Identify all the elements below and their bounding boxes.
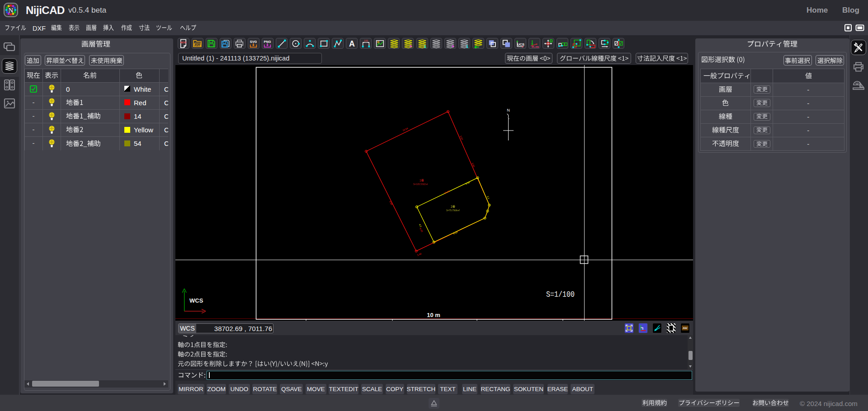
svg-text:N: N bbox=[9, 7, 14, 14]
svg-text:PNG: PNG bbox=[264, 39, 271, 43]
svg-text:N: N bbox=[507, 108, 510, 112]
svg-text:+: + bbox=[410, 43, 412, 48]
svg-text:WCS: WCS bbox=[189, 297, 203, 304]
svg-text:PLAN: PLAN bbox=[532, 46, 539, 48]
svg-text:A: A bbox=[349, 39, 355, 48]
svg-text:3.40: 3.40 bbox=[416, 252, 422, 257]
svg-text:9.83: 9.83 bbox=[389, 200, 393, 206]
svg-text:S=1/100: S=1/100 bbox=[546, 290, 575, 299]
svg-text:10.60: 10.60 bbox=[443, 190, 450, 195]
svg-text:10 m: 10 m bbox=[427, 312, 440, 318]
svg-text:1: 1 bbox=[466, 44, 468, 48]
svg-text:5.97: 5.97 bbox=[459, 135, 464, 141]
svg-text:OPEN: OPEN bbox=[194, 43, 201, 46]
svg-text:NEW: NEW bbox=[180, 41, 187, 43]
svg-text:SVG: SVG bbox=[250, 39, 257, 43]
svg-text:100: 100 bbox=[364, 39, 368, 42]
svg-text:10.54: 10.54 bbox=[402, 127, 408, 132]
svg-text:UCS: UCS bbox=[518, 42, 525, 46]
svg-text:+: + bbox=[452, 43, 454, 48]
svg-text:1: 1 bbox=[424, 44, 426, 48]
svg-text:4.00: 4.00 bbox=[419, 227, 424, 233]
